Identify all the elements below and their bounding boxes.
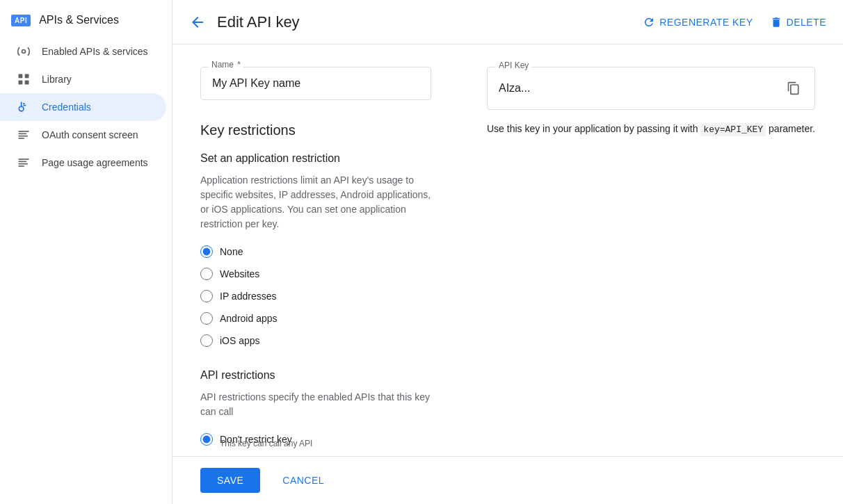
enabled-apis-icon <box>17 44 31 58</box>
topbar: Edit API key REGENERATE KEY DELETE <box>172 0 843 44</box>
page-title: Edit API key <box>217 13 632 31</box>
radio-ip-addresses-label: IP addresses <box>220 291 276 302</box>
cancel-button[interactable]: CANCEL <box>271 468 335 493</box>
svg-rect-3 <box>19 81 23 85</box>
right-column: API Key AIza... Use this key in your app… <box>487 67 815 434</box>
api-key-label: API Key <box>496 60 531 70</box>
radio-ip-addresses[interactable]: IP addresses <box>200 290 431 302</box>
svg-rect-7 <box>19 133 27 135</box>
radio-websites-input[interactable] <box>200 268 213 280</box>
name-field-group: Name * <box>200 67 431 100</box>
sidebar-item-page-usage-label: Page usage agreements <box>42 157 148 168</box>
api-key-value: AIza... <box>499 82 530 95</box>
svg-rect-8 <box>19 136 28 137</box>
sidebar-item-enabled-apis-label: Enabled APIs & services <box>42 46 148 57</box>
svg-point-5 <box>19 106 24 111</box>
api-restriction-desc: API restrictions specify the enabled API… <box>200 390 431 419</box>
oauth-consent-icon <box>17 128 31 142</box>
sidebar-header: API APIs & Services <box>0 6 172 38</box>
svg-rect-2 <box>25 74 29 79</box>
sidebar-item-library[interactable]: Library <box>0 65 166 93</box>
api-restriction-radio-group: Don't restrict key This key can call any… <box>200 433 431 456</box>
copy-api-key-button[interactable] <box>784 79 803 98</box>
credentials-icon <box>17 100 31 114</box>
app-logo: API <box>11 15 31 26</box>
radio-none[interactable]: None <box>200 245 431 258</box>
name-input[interactable] <box>200 67 431 100</box>
svg-rect-10 <box>19 158 29 160</box>
back-button[interactable] <box>189 14 206 31</box>
sidebar-item-oauth-consent[interactable]: OAuth consent screen <box>0 121 166 149</box>
regenerate-key-button[interactable]: REGENERATE KEY <box>643 16 753 29</box>
app-title: APIs & Services <box>39 14 119 26</box>
radio-dont-restrict-input[interactable] <box>200 433 213 446</box>
save-button[interactable]: SAVE <box>200 468 260 493</box>
sidebar-item-enabled-apis[interactable]: Enabled APIs & services <box>0 38 166 65</box>
sidebar-item-credentials[interactable]: Credentials <box>0 93 166 121</box>
api-key-help-prefix: Use this key in your application by pass… <box>487 123 700 134</box>
svg-rect-1 <box>19 74 23 79</box>
svg-rect-12 <box>19 163 28 165</box>
radio-android-apps[interactable]: Android apps <box>200 312 431 325</box>
api-restriction-subsection: API restrictions API restrictions specif… <box>200 369 431 456</box>
svg-rect-9 <box>19 138 24 139</box>
radio-dont-restrict-sub: This key can call any API <box>220 439 431 448</box>
radio-ios-apps-label: iOS apps <box>220 335 260 346</box>
api-key-box: API Key AIza... <box>487 67 815 110</box>
api-key-help-suffix: parameter. <box>766 123 815 134</box>
left-column: Name * Key restrictions Set an applicati… <box>200 67 431 434</box>
radio-websites-label: Websites <box>220 268 259 279</box>
api-restriction-title: API restrictions <box>200 369 431 382</box>
app-restriction-radio-group: None Websites IP addresses Android <box>200 245 431 347</box>
delete-button[interactable]: DELETE <box>770 16 826 29</box>
regenerate-key-label: REGENERATE KEY <box>659 17 753 28</box>
radio-none-label: None <box>220 246 243 257</box>
sidebar: API APIs & Services Enabled APIs & servi… <box>0 0 172 504</box>
footer-actions: SAVE CANCEL <box>172 456 843 504</box>
key-restrictions-title: Key restrictions <box>200 122 431 138</box>
radio-ios-apps-input[interactable] <box>200 334 213 347</box>
svg-rect-6 <box>19 131 29 132</box>
topbar-actions: REGENERATE KEY DELETE <box>643 16 826 29</box>
content-area: Name * Key restrictions Set an applicati… <box>172 44 843 456</box>
svg-rect-13 <box>19 165 24 167</box>
svg-point-0 <box>22 50 26 54</box>
api-key-help: Use this key in your application by pass… <box>487 121 815 138</box>
radio-android-apps-label: Android apps <box>220 313 278 324</box>
app-restriction-desc: Application restrictions limit an API ke… <box>200 173 431 231</box>
sidebar-item-library-label: Library <box>42 74 72 85</box>
key-restrictions-section: Key restrictions Set an application rest… <box>200 122 431 456</box>
radio-ip-addresses-input[interactable] <box>200 290 213 302</box>
radio-android-apps-input[interactable] <box>200 312 213 325</box>
app-restriction-subsection: Set an application restriction Applicati… <box>200 152 431 347</box>
sidebar-item-oauth-consent-label: OAuth consent screen <box>42 129 138 140</box>
api-key-help-code: key=API_KEY <box>700 123 766 136</box>
delete-label: DELETE <box>787 17 826 28</box>
svg-rect-4 <box>25 81 29 85</box>
main-area: Edit API key REGENERATE KEY DELETE Name … <box>172 0 843 504</box>
radio-none-input[interactable] <box>200 245 213 258</box>
library-icon <box>17 72 31 86</box>
name-field-label: Name * <box>209 60 243 70</box>
page-usage-icon <box>17 156 31 170</box>
radio-ios-apps[interactable]: iOS apps <box>200 334 431 347</box>
sidebar-item-page-usage[interactable]: Page usage agreements <box>0 149 166 177</box>
svg-rect-11 <box>19 161 27 163</box>
sidebar-item-credentials-label: Credentials <box>42 101 91 113</box>
radio-websites[interactable]: Websites <box>200 268 431 280</box>
app-restriction-title: Set an application restriction <box>200 152 431 165</box>
dont-restrict-group: Don't restrict key This key can call any… <box>200 433 431 448</box>
api-key-row: AIza... <box>499 79 803 98</box>
